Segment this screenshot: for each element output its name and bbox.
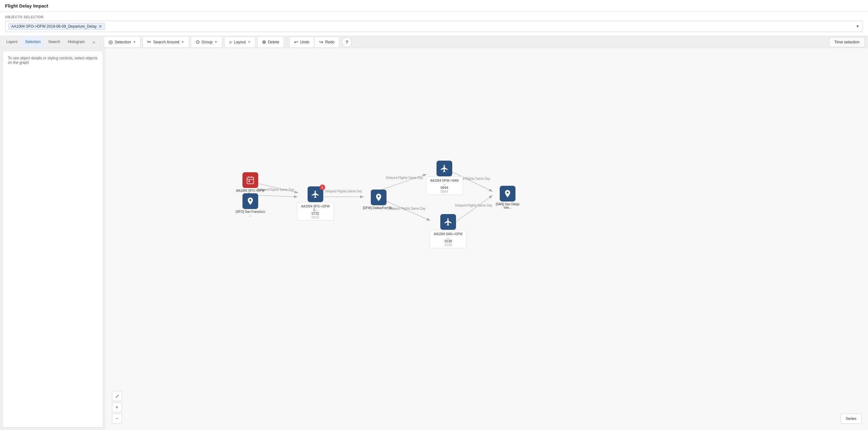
time-selection-button[interactable]: Time selection	[829, 37, 865, 47]
layout-chevron-icon: ▼	[248, 40, 251, 44]
left-panel: To see object details or styling control…	[2, 51, 103, 428]
node-aa1064-san-dfw-time2: 1036	[432, 243, 464, 247]
graph-edges-svg	[106, 48, 868, 430]
node-sfo-label: [SFO] San Francisco ...	[235, 210, 266, 217]
objects-selector-label: OBJECTS SELECTOR	[5, 15, 863, 19]
selection-chevron-icon: ▼	[133, 40, 136, 44]
node-aa1064-san-dfw-label: AA1064 SAN->DFW ...	[432, 232, 464, 239]
node-aa1064-dfw-san[interactable]: AA1064 DFW->SAN ... 0944 0844	[426, 161, 463, 195]
node-aa1004-event[interactable]: AA1004 SFO->DFW 2...	[235, 172, 266, 196]
edge-label-san-dfw-san-airport: Delayed Flights Same Day	[455, 204, 492, 207]
zoom-out-button[interactable]: −	[112, 414, 122, 424]
graph-canvas[interactable]: Delayed Flights Same Day Delayed Flights…	[106, 48, 868, 430]
group-chevron-icon: ▼	[215, 40, 218, 44]
node-aa1004-flight-box: AA1004 SFO->DFW 2... 0732 0215	[297, 202, 334, 221]
left-panel-info-text: To see object details or styling control…	[8, 56, 97, 65]
fit-view-button[interactable]: ⤢	[112, 391, 122, 401]
node-aa1064-dfw-san-box: AA1064 DFW->SAN ... 0944 0844	[426, 176, 463, 195]
selection-label: Selection	[115, 40, 131, 44]
tag-text: AA1004 SFO->DFW 2018-06-09_Departure_Del…	[11, 24, 97, 29]
undo-label: Undo	[300, 40, 309, 44]
svg-rect-12	[248, 180, 250, 182]
layout-label: Layout	[234, 40, 246, 44]
group-icon: ⊙	[196, 39, 200, 45]
node-aa1004-flight-time1: 0732	[300, 211, 331, 215]
app-title: Flight Delay Impact	[5, 3, 863, 8]
main-content: To see object details or styling control…	[0, 48, 868, 430]
zoom-in-icon: +	[116, 404, 118, 410]
selected-tag: AA1004 SFO->DFW 2018-06-09_Departure_Del…	[8, 23, 105, 30]
node-sfo-icon	[243, 193, 258, 209]
search-around-icon: ✂	[147, 39, 151, 45]
dropdown-arrow-icon[interactable]: ▼	[856, 24, 860, 29]
tab-search[interactable]: Search	[44, 36, 64, 48]
node-badge: 1	[319, 185, 325, 190]
node-dfw-airport[interactable]: [DFW] Dallas/Fort W...	[363, 190, 394, 210]
node-aa1064-san-dfw[interactable]: AA1064 SAN->DFW ... 1538 1036	[430, 214, 467, 248]
zoom-in-button[interactable]: +	[112, 402, 122, 412]
undo-redo-group: ↩ Undo ↪ Redo	[289, 36, 339, 48]
time-selection-label: Time selection	[834, 40, 860, 44]
tab-layers[interactable]: Layers	[2, 36, 21, 48]
help-button[interactable]: ?	[342, 37, 352, 47]
node-san-label: [SAN] San Diego Inte...	[492, 202, 523, 209]
fit-view-icon: ⤢	[115, 393, 119, 399]
edge-label-dfw-dfw-san: Delayed Flights Same Day	[386, 176, 423, 179]
node-dfw-icon	[371, 190, 386, 205]
delete-icon: ⊗	[262, 39, 266, 45]
node-aa1064-san-dfw-box: AA1064 SAN->DFW ... 1538 1036	[430, 230, 467, 248]
node-aa1004-flight-center[interactable]: 1 AA1004 SFO->DFW 2... 0732 0215	[297, 187, 334, 221]
left-panel-content: To see object details or styling control…	[3, 51, 103, 70]
app-container: Flight Delay Impact OBJECTS SELECTOR AA1…	[0, 0, 868, 430]
layout-icon: ⟐	[229, 39, 232, 45]
node-aa1004-flight-time2: 0215	[300, 215, 331, 219]
node-aa1064-san-dfw-icon	[440, 214, 456, 230]
collapse-panel-button[interactable]: «	[90, 38, 98, 46]
node-aa1064-dfw-san-time2: 0844	[429, 190, 460, 193]
search-around-label: Search Around	[153, 40, 179, 44]
tag-close-icon[interactable]: ✕	[98, 24, 102, 29]
search-around-chevron-icon: ▼	[181, 40, 184, 44]
help-label: ?	[346, 40, 348, 45]
tab-histogram[interactable]: Histogram	[64, 36, 89, 48]
series-label: Series	[846, 417, 856, 421]
node-san-airport[interactable]: [SAN] San Diego Inte...	[492, 186, 523, 209]
group-label: Group	[202, 40, 213, 44]
node-san-icon	[500, 186, 516, 201]
selection-radio-icon: ◎	[108, 39, 113, 45]
toolbar-main: ◎ Selection ▼ ✂ Search Around ▼ ⊙ Group …	[101, 36, 868, 48]
redo-button[interactable]: ↪ Redo	[315, 37, 339, 47]
bottom-controls: ⤢ + −	[112, 391, 122, 424]
node-aa1004-flight-label: AA1004 SFO->DFW 2...	[300, 205, 331, 211]
node-aa1064-san-dfw-time1: 1538	[432, 239, 464, 243]
node-event-icon	[243, 172, 258, 188]
selection-button[interactable]: ◎ Selection ▼	[104, 36, 141, 48]
tab-selection[interactable]: Selection	[21, 36, 44, 48]
node-dfw-label: [DFW] Dallas/Fort W...	[363, 206, 394, 210]
delete-button[interactable]: ⊗ Delete	[257, 36, 284, 48]
toolbar-row: Layers Selection Search Histogram « ◎ Se…	[0, 36, 868, 48]
objects-selector-section: OBJECTS SELECTOR AA1004 SFO->DFW 2018-06…	[0, 12, 868, 36]
left-tabs-container: Layers Selection Search Histogram «	[0, 36, 101, 48]
series-button[interactable]: Series	[840, 414, 862, 424]
objects-selector-input[interactable]: AA1004 SFO->DFW 2018-06-09_Departure_Del…	[5, 21, 863, 32]
redo-label: Redo	[325, 40, 335, 44]
delete-label: Delete	[268, 40, 279, 44]
node-aa1064-dfw-san-icon	[436, 161, 452, 176]
toolbar-divider-1	[286, 37, 287, 47]
undo-button[interactable]: ↩ Undo	[290, 37, 314, 47]
group-button[interactable]: ⊙ Group ▼	[191, 36, 222, 48]
svg-rect-8	[247, 177, 254, 184]
header: Flight Delay Impact	[0, 0, 868, 12]
zoom-out-icon: −	[116, 416, 118, 422]
undo-icon: ↩	[294, 39, 298, 45]
layout-button[interactable]: ⟐ Layout ▼	[224, 36, 255, 48]
search-around-button[interactable]: ✂ Search Around ▼	[143, 36, 189, 48]
node-aa1064-dfw-san-time1: 0944	[429, 186, 460, 190]
redo-icon: ↪	[319, 39, 323, 45]
node-sfo-airport[interactable]: [SFO] San Francisco ...	[235, 193, 266, 217]
node-aa1064-dfw-san-label: AA1064 DFW->SAN ...	[429, 179, 460, 186]
